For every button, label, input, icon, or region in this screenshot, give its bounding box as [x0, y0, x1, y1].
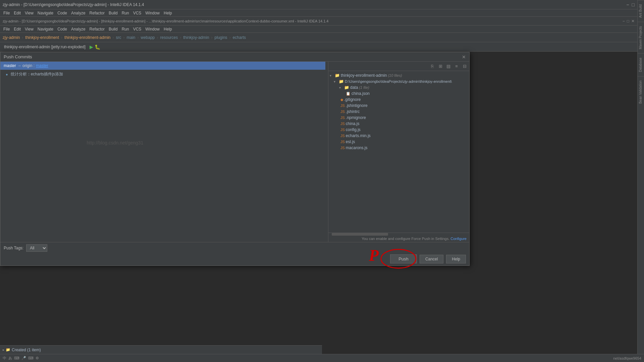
breadcrumb-echarts[interactable]: echarts [233, 35, 246, 40]
push-commits-dialog: Push Commits ✕ master → origin : master … [0, 52, 470, 266]
status-ime-zh[interactable]: 中 [3, 356, 6, 361]
status-settings[interactable]: ⚙ [36, 356, 39, 360]
copy-icon[interactable]: ⎘ [429, 63, 436, 70]
breadcrumb-webapp[interactable]: webapp [141, 35, 155, 40]
menu2-code[interactable]: Code [55, 26, 69, 32]
china-json-name: china.json [352, 91, 370, 96]
scrollbar-v[interactable] [325, 62, 328, 242]
commit-row[interactable]: ● 统计分析：echarts插件js添加 [0, 70, 328, 79]
menu-vcs[interactable]: VCS [131, 10, 144, 16]
config-js-name: config.js [346, 127, 361, 132]
status-ime-ja[interactable]: あ [8, 356, 12, 361]
macarons-js-icon: JS [340, 146, 345, 150]
sort-icon[interactable]: ≡ [453, 63, 460, 70]
scrollbar-h[interactable] [328, 233, 469, 235]
help-button[interactable]: Help [446, 255, 466, 263]
tree-data-folder[interactable]: ▾ 📁 data (1 file) [328, 84, 469, 90]
cancel-button[interactable]: Cancel [420, 255, 443, 263]
tree-gitignore[interactable]: ◆ .gitignore [328, 97, 469, 103]
push-tags-select[interactable]: All None [26, 244, 47, 252]
data-folder-name: data [350, 85, 358, 90]
menu2-run[interactable]: Run [120, 26, 131, 32]
npmignore-icon: JS [340, 116, 345, 120]
title-bar-text: zjy-admin - [D:\Users\gengsongbo\IdeaPro… [3, 2, 144, 7]
menu2-view[interactable]: View [23, 26, 36, 32]
menu-help[interactable]: Help [162, 10, 174, 16]
dialog-title-bar: Push Commits ✕ [0, 52, 469, 62]
tree-path-row[interactable]: ▾ 📁 D:\Users\gengsongbo\IdeaProjects\zjy… [328, 78, 469, 84]
tree-project-root[interactable]: ▾ 📁 thinkjoy-enrollment-admin (10 files) [328, 72, 469, 78]
bottom-panel: ▸ 📁 Created (1 item) [0, 345, 322, 354]
menu-build[interactable]: Build [107, 10, 120, 16]
window2-minimize[interactable]: − [623, 19, 625, 23]
push-button[interactable]: Push [390, 254, 417, 263]
window2-maximize[interactable]: □ [627, 19, 629, 23]
status-ime2[interactable]: ⌨ [28, 356, 34, 360]
breadcrumb-thinkjoy-admin[interactable]: thinkjoy-admin [183, 35, 209, 40]
branch-arrow: → origin : [17, 63, 35, 68]
run-config-tab[interactable]: thinkjoy-enrollment-admin [jetty:run-exp… [1, 44, 88, 50]
run-actions[interactable]: ▶ [90, 44, 93, 50]
breadcrumb-main[interactable]: main [126, 35, 135, 40]
sep8: › [211, 35, 213, 40]
breadcrumb-resources[interactable]: resources [160, 35, 178, 40]
menu2-build[interactable]: Build [107, 26, 120, 32]
tree-npmignore[interactable]: JS .npmignore [328, 115, 469, 121]
tree-config-js[interactable]: JS config.js [328, 127, 469, 133]
debug-icon[interactable]: 🐛 [95, 44, 100, 50]
status-keyboard[interactable]: ⌨ [14, 356, 19, 360]
database-tab[interactable]: Database [638, 53, 644, 76]
expand-created[interactable]: ▸ [3, 348, 4, 352]
menu-edit[interactable]: Edit [12, 10, 23, 16]
tree-macarons-js[interactable]: JS macarons.js [328, 145, 469, 151]
breadcrumb-src[interactable]: src [116, 35, 121, 40]
menu-view[interactable]: View [23, 10, 36, 16]
project-path: D:\Users\gengsongbo\IdeaProjects\zjy-adm… [345, 79, 452, 83]
menu2-navigate[interactable]: Navigate [36, 26, 55, 32]
menu2-analyze[interactable]: Analyze [69, 26, 88, 32]
diff-icon[interactable]: ⊞ [437, 63, 444, 70]
layout-icon[interactable]: ▤ [445, 63, 452, 70]
breadcrumb-admin[interactable]: zjy-admin [3, 35, 20, 40]
sep4: › [123, 35, 124, 40]
menu-window[interactable]: Window [143, 10, 162, 16]
bean-validation-tab[interactable]: Bean Validation [638, 76, 644, 108]
tree-china-json[interactable]: 📋 china.json [328, 90, 469, 97]
menu2-edit[interactable]: Edit [12, 26, 23, 32]
menu-file[interactable]: File [1, 10, 12, 16]
tree-china-js[interactable]: JS china.js [328, 121, 469, 127]
menu2-vcs[interactable]: VCS [131, 26, 144, 32]
menu-run[interactable]: Run [120, 10, 131, 16]
breadcrumb-thinkjoy[interactable]: thinkjoy-enrollment [25, 35, 59, 40]
menu2-file[interactable]: File [1, 26, 12, 32]
menu2-window[interactable]: Window [143, 26, 162, 32]
tree-echarts-min-js[interactable]: JS echarts.min.js [328, 133, 469, 139]
ant-build-tab[interactable]: Ant Build [638, 0, 644, 22]
status-mic[interactable]: 🎤 [21, 356, 26, 360]
menu2-help[interactable]: Help [162, 26, 174, 32]
echarts-min-icon: JS [340, 134, 345, 138]
minimize-btn[interactable]: − [626, 2, 629, 7]
title-bar: zjy-admin - [D:\Users\gengsongbo\IdeaPro… [0, 0, 644, 9]
configure-link[interactable]: Configure [450, 237, 467, 241]
menu-refactor[interactable]: Refactor [88, 10, 107, 16]
dialog-footer: Push Tags: All None P Push Cancel Help [0, 242, 469, 265]
menu2-refactor[interactable]: Refactor [88, 26, 107, 32]
tree-esl-js[interactable]: JS esl.js [328, 139, 469, 145]
expand-root: ▾ [330, 74, 334, 77]
tree-jshintrc[interactable]: JS .jshintrc [328, 109, 469, 115]
breadcrumb-plugins[interactable]: plugins [215, 35, 227, 40]
breadcrumb-admin2[interactable]: thinkjoy-enrollment-admin [64, 35, 110, 40]
branch-row[interactable]: master → origin : master [0, 62, 328, 70]
menu-analyze[interactable]: Analyze [69, 10, 88, 16]
sep3: › [112, 35, 114, 40]
tree-jshintignore[interactable]: JS .jshintignore [328, 103, 469, 109]
dialog-close-btn[interactable]: ✕ [462, 54, 466, 60]
branch-to[interactable]: master [36, 63, 48, 68]
menu-code[interactable]: Code [55, 10, 69, 16]
maven-tab[interactable]: Maven Projects [638, 22, 644, 53]
maximize-btn[interactable]: □ [632, 2, 635, 7]
menu-navigate[interactable]: Navigate [36, 10, 55, 16]
group-icon[interactable]: ⊟ [461, 63, 468, 70]
window2-close[interactable]: ✕ [631, 19, 635, 23]
